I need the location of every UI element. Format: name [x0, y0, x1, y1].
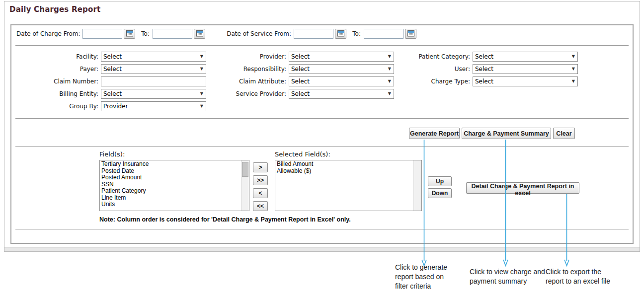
divider	[15, 45, 629, 46]
calendar-icon	[126, 30, 133, 38]
list-item[interactable]: Patient Category	[100, 188, 241, 195]
group-by-label: Group By:	[16, 103, 98, 110]
divider	[15, 118, 629, 119]
date-of-service-to-calendar-button[interactable]	[405, 29, 416, 39]
chevron-down-icon: ▼	[200, 92, 206, 96]
patient-category-select[interactable]: Select ▼	[473, 52, 578, 62]
charge-type-label: Charge Type:	[384, 78, 470, 85]
scrollbar[interactable]	[413, 160, 421, 211]
list-item[interactable]: Allowable ($)	[275, 168, 413, 175]
annotation-text-export: Click to export the report to an excel f…	[546, 267, 616, 286]
provider-select[interactable]: Select ▼	[289, 52, 394, 62]
service-provider-select-value: Select	[289, 90, 388, 97]
group-by-select-value: Provider	[101, 103, 200, 110]
facility-select-value: Select	[101, 53, 200, 60]
group-by-select[interactable]: Provider ▼	[101, 101, 206, 111]
chevron-down-icon: ▼	[200, 67, 206, 71]
facility-select[interactable]: Select ▼	[101, 52, 206, 62]
user-label: User:	[384, 66, 470, 73]
date-of-charge-from-calendar-button[interactable]	[124, 29, 135, 39]
list-item[interactable]: Units	[100, 201, 241, 208]
date-of-service-from-label: Date of Service From:	[223, 30, 291, 37]
user-select-value: Select	[473, 66, 572, 73]
divider	[15, 146, 629, 147]
patient-category-label: Patient Category:	[384, 53, 470, 60]
clear-button[interactable]: Clear	[553, 128, 575, 139]
charge-type-select[interactable]: Select ▼	[473, 76, 578, 86]
available-fields-listbox[interactable]: Tertiary InsurancePosted DatePosted Amou…	[99, 160, 249, 211]
list-item[interactable]: Posted Date	[100, 168, 241, 175]
calendar-icon	[407, 30, 414, 38]
divider	[15, 229, 629, 229]
scrollbar[interactable]	[241, 160, 249, 211]
date-of-charge-to-calendar-button[interactable]	[194, 29, 205, 39]
move-all-right-button[interactable]: >>	[253, 175, 268, 185]
provider-select-value: Select	[289, 53, 388, 60]
move-left-button[interactable]: <	[253, 188, 268, 198]
date-of-charge-to-label: To:	[138, 30, 150, 37]
detail-charge-payment-excel-button[interactable]: Detail Charge & Payment Report in excel	[466, 182, 579, 194]
service-provider-label: Service Provider:	[210, 90, 286, 97]
user-select[interactable]: Select ▼	[473, 64, 578, 74]
move-up-button[interactable]: Up	[428, 176, 452, 186]
responsibility-select-value: Select	[289, 66, 388, 73]
list-item[interactable]: Posted Amount	[100, 174, 241, 181]
charge-payment-summary-button[interactable]: Charge & Payment Summary	[462, 128, 551, 139]
claim-number-label: Claim Number:	[16, 78, 98, 85]
responsibility-label: Responsibility:	[210, 66, 286, 73]
column-order-note: Note: Column order is considered for 'De…	[99, 216, 351, 223]
list-item[interactable]: SSN	[100, 181, 241, 188]
list-item[interactable]: Tertiary Insurance	[100, 161, 241, 168]
service-provider-select[interactable]: Select ▼	[289, 89, 394, 99]
chevron-down-icon: ▼	[200, 55, 206, 59]
panel-bottom-strip	[4, 247, 640, 251]
provider-label: Provider:	[210, 53, 286, 60]
calendar-icon	[196, 30, 203, 38]
billing-entity-select-value: Select	[101, 90, 200, 97]
move-all-left-button[interactable]: <<	[253, 201, 268, 211]
chevron-down-icon: ▼	[200, 104, 206, 108]
claim-attribute-select[interactable]: Select ▼	[289, 76, 394, 86]
date-of-service-to-input[interactable]	[364, 29, 403, 39]
selected-fields-label: Selected Field(s):	[275, 150, 330, 158]
available-fields-label: Field(s):	[99, 150, 125, 158]
daily-charges-report-panel: Daily Charges Report Date of Charge From…	[4, 1, 640, 252]
charge-type-select-value: Select	[473, 78, 572, 85]
page-title: Daily Charges Report	[9, 5, 100, 14]
annotation-text-summary: Click to view charge and payment summary	[470, 267, 547, 286]
date-of-service-to-label: To:	[349, 30, 361, 37]
responsibility-select[interactable]: Select ▼	[289, 64, 394, 74]
calendar-icon	[337, 30, 344, 38]
payer-select-value: Select	[101, 66, 200, 73]
list-item[interactable]: Billed Amount	[275, 161, 413, 168]
move-right-button[interactable]: >	[253, 162, 268, 172]
scrollbar-thumb[interactable]	[242, 162, 248, 177]
chevron-down-icon: ▼	[388, 92, 394, 96]
date-of-charge-from-label: Date of Charge From:	[16, 30, 80, 37]
move-down-button[interactable]: Down	[428, 188, 452, 198]
claim-attribute-select-value: Select	[289, 78, 388, 85]
payer-select[interactable]: Select ▼	[101, 64, 206, 74]
claim-number-input[interactable]	[101, 76, 206, 86]
chevron-down-icon: ▼	[572, 67, 577, 71]
generate-report-button[interactable]: Generate Report	[409, 128, 460, 139]
selected-fields-listbox[interactable]: Billed AmountAllowable ($)	[275, 160, 422, 211]
chevron-down-icon: ▼	[572, 55, 577, 59]
date-of-charge-from-input[interactable]	[82, 29, 122, 39]
annotation-text-generate: Click to generate report based on filter…	[395, 263, 452, 291]
billing-entity-label: Billing Entity:	[16, 90, 98, 97]
date-of-service-from-input[interactable]	[294, 29, 333, 39]
billing-entity-select[interactable]: Select ▼	[101, 89, 206, 99]
payer-label: Payer:	[16, 66, 98, 73]
date-of-service-from-calendar-button[interactable]	[335, 29, 346, 39]
facility-label: Facility:	[16, 53, 98, 60]
patient-category-select-value: Select	[473, 53, 572, 60]
claim-attribute-label: Claim Attribute:	[210, 78, 286, 85]
report-filter-panel: Date of Charge From: To: Date of Service…	[10, 24, 634, 244]
list-item[interactable]: Line Item	[100, 195, 241, 202]
chevron-down-icon: ▼	[572, 79, 577, 83]
date-of-charge-to-input[interactable]	[153, 29, 192, 39]
